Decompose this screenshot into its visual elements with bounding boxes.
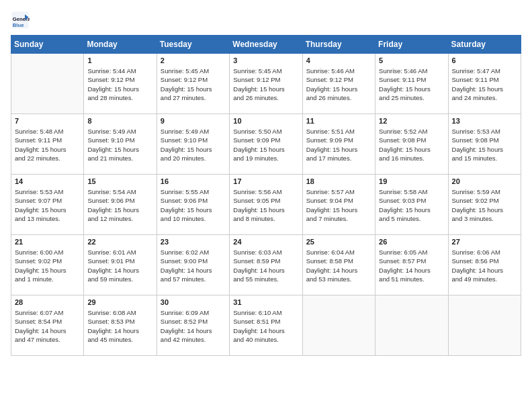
calendar-cell: 13Sunrise: 5:53 AM Sunset: 9:08 PM Dayli… bbox=[448, 114, 521, 175]
calendar-cell: 22Sunrise: 6:01 AM Sunset: 9:01 PM Dayli… bbox=[84, 235, 157, 295]
cell-info: Sunrise: 5:45 AM Sunset: 9:12 PM Dayligh… bbox=[233, 66, 298, 102]
day-number: 8 bbox=[87, 117, 152, 125]
day-number: 27 bbox=[452, 238, 517, 246]
logo: General Blue bbox=[11, 11, 31, 30]
cell-info: Sunrise: 6:09 AM Sunset: 8:52 PM Dayligh… bbox=[161, 308, 226, 344]
cell-info: Sunrise: 5:44 AM Sunset: 9:12 PM Dayligh… bbox=[87, 66, 152, 102]
cell-info: Sunrise: 6:01 AM Sunset: 9:01 PM Dayligh… bbox=[87, 248, 152, 283]
cell-info: Sunrise: 6:08 AM Sunset: 8:53 PM Dayligh… bbox=[87, 308, 152, 344]
calendar-cell: 8Sunrise: 5:49 AM Sunset: 9:10 PM Daylig… bbox=[84, 114, 157, 175]
day-number: 11 bbox=[306, 117, 371, 125]
cell-info: Sunrise: 6:07 AM Sunset: 8:54 PM Dayligh… bbox=[15, 308, 80, 344]
calendar-cell bbox=[448, 295, 521, 356]
day-number: 16 bbox=[161, 177, 226, 185]
day-number: 29 bbox=[87, 298, 152, 306]
day-number: 9 bbox=[161, 117, 226, 125]
calendar-cell: 1Sunrise: 5:44 AM Sunset: 9:12 PM Daylig… bbox=[84, 54, 157, 114]
day-number: 3 bbox=[233, 56, 298, 64]
day-number: 24 bbox=[233, 238, 298, 246]
week-row-1: 1Sunrise: 5:44 AM Sunset: 9:12 PM Daylig… bbox=[11, 54, 521, 114]
calendar-cell bbox=[302, 295, 375, 356]
day-number: 6 bbox=[452, 56, 517, 64]
calendar-header: SundayMondayTuesdayWednesdayThursdayFrid… bbox=[11, 36, 521, 54]
day-number: 31 bbox=[233, 298, 298, 306]
day-number: 10 bbox=[233, 117, 298, 125]
day-number: 4 bbox=[306, 56, 371, 64]
calendar-cell: 28Sunrise: 6:07 AM Sunset: 8:54 PM Dayli… bbox=[11, 295, 84, 356]
calendar-cell: 4Sunrise: 5:46 AM Sunset: 9:12 PM Daylig… bbox=[302, 54, 375, 114]
day-number: 26 bbox=[379, 238, 444, 246]
cell-info: Sunrise: 5:52 AM Sunset: 9:08 PM Dayligh… bbox=[379, 127, 444, 163]
cell-info: Sunrise: 5:46 AM Sunset: 9:11 PM Dayligh… bbox=[379, 66, 444, 102]
day-number: 19 bbox=[379, 177, 444, 185]
calendar-cell: 10Sunrise: 5:50 AM Sunset: 9:09 PM Dayli… bbox=[230, 114, 302, 175]
calendar-cell: 23Sunrise: 6:02 AM Sunset: 9:00 PM Dayli… bbox=[157, 235, 229, 295]
calendar-cell: 24Sunrise: 6:03 AM Sunset: 8:59 PM Dayli… bbox=[230, 235, 302, 295]
cell-info: Sunrise: 6:00 AM Sunset: 9:02 PM Dayligh… bbox=[15, 248, 80, 283]
day-number: 5 bbox=[379, 56, 444, 64]
day-number: 15 bbox=[87, 177, 152, 185]
day-number: 23 bbox=[161, 238, 226, 246]
header-day-thursday: Thursday bbox=[302, 36, 375, 54]
cell-info: Sunrise: 6:02 AM Sunset: 9:00 PM Dayligh… bbox=[161, 248, 226, 283]
calendar-cell: 20Sunrise: 5:59 AM Sunset: 9:02 PM Dayli… bbox=[448, 175, 521, 235]
day-number: 1 bbox=[87, 56, 152, 64]
day-number: 7 bbox=[15, 117, 80, 125]
cell-info: Sunrise: 6:04 AM Sunset: 8:58 PM Dayligh… bbox=[306, 248, 371, 283]
week-row-2: 7Sunrise: 5:48 AM Sunset: 9:11 PM Daylig… bbox=[11, 114, 521, 175]
header-day-wednesday: Wednesday bbox=[230, 36, 302, 54]
cell-info: Sunrise: 6:05 AM Sunset: 8:57 PM Dayligh… bbox=[379, 248, 444, 283]
cell-info: Sunrise: 5:47 AM Sunset: 9:11 PM Dayligh… bbox=[452, 66, 517, 102]
header-day-friday: Friday bbox=[375, 36, 448, 54]
cell-info: Sunrise: 6:03 AM Sunset: 8:59 PM Dayligh… bbox=[233, 248, 298, 283]
cell-info: Sunrise: 5:50 AM Sunset: 9:09 PM Dayligh… bbox=[233, 127, 298, 163]
header-day-sunday: Sunday bbox=[11, 36, 84, 54]
cell-info: Sunrise: 5:58 AM Sunset: 9:03 PM Dayligh… bbox=[379, 187, 444, 223]
calendar-cell bbox=[375, 295, 448, 356]
calendar-cell: 11Sunrise: 5:51 AM Sunset: 9:09 PM Dayli… bbox=[302, 114, 375, 175]
calendar-cell: 27Sunrise: 6:06 AM Sunset: 8:56 PM Dayli… bbox=[448, 235, 521, 295]
cell-info: Sunrise: 5:57 AM Sunset: 9:04 PM Dayligh… bbox=[306, 187, 371, 223]
cell-info: Sunrise: 6:06 AM Sunset: 8:56 PM Dayligh… bbox=[452, 248, 517, 283]
calendar-cell: 14Sunrise: 5:53 AM Sunset: 9:07 PM Dayli… bbox=[11, 175, 84, 235]
calendar-cell: 9Sunrise: 5:49 AM Sunset: 9:10 PM Daylig… bbox=[157, 114, 229, 175]
day-number: 30 bbox=[161, 298, 226, 306]
day-number: 13 bbox=[452, 117, 517, 125]
cell-info: Sunrise: 5:56 AM Sunset: 9:05 PM Dayligh… bbox=[233, 187, 298, 223]
day-number: 25 bbox=[306, 238, 371, 246]
day-number: 28 bbox=[15, 298, 80, 306]
header-day-tuesday: Tuesday bbox=[157, 36, 229, 54]
svg-text:Blue: Blue bbox=[13, 22, 24, 28]
cell-info: Sunrise: 5:51 AM Sunset: 9:09 PM Dayligh… bbox=[306, 127, 371, 163]
calendar-cell: 30Sunrise: 6:09 AM Sunset: 8:52 PM Dayli… bbox=[157, 295, 229, 356]
calendar-cell: 18Sunrise: 5:57 AM Sunset: 9:04 PM Dayli… bbox=[302, 175, 375, 235]
calendar-table: SundayMondayTuesdayWednesdayThursdayFrid… bbox=[11, 35, 521, 356]
header-day-monday: Monday bbox=[84, 36, 157, 54]
cell-info: Sunrise: 5:53 AM Sunset: 9:07 PM Dayligh… bbox=[15, 187, 80, 223]
calendar-cell: 3Sunrise: 5:45 AM Sunset: 9:12 PM Daylig… bbox=[230, 54, 302, 114]
cell-info: Sunrise: 6:10 AM Sunset: 8:51 PM Dayligh… bbox=[233, 308, 298, 344]
calendar-cell: 31Sunrise: 6:10 AM Sunset: 8:51 PM Dayli… bbox=[230, 295, 302, 356]
calendar-cell: 21Sunrise: 6:00 AM Sunset: 9:02 PM Dayli… bbox=[11, 235, 84, 295]
calendar-cell: 5Sunrise: 5:46 AM Sunset: 9:11 PM Daylig… bbox=[375, 54, 448, 114]
calendar-cell: 7Sunrise: 5:48 AM Sunset: 9:11 PM Daylig… bbox=[11, 114, 84, 175]
calendar-cell: 19Sunrise: 5:58 AM Sunset: 9:03 PM Dayli… bbox=[375, 175, 448, 235]
week-row-5: 28Sunrise: 6:07 AM Sunset: 8:54 PM Dayli… bbox=[11, 295, 521, 356]
calendar-cell: 25Sunrise: 6:04 AM Sunset: 8:58 PM Dayli… bbox=[302, 235, 375, 295]
day-number: 18 bbox=[306, 177, 371, 185]
header-day-saturday: Saturday bbox=[448, 36, 521, 54]
cell-info: Sunrise: 5:53 AM Sunset: 9:08 PM Dayligh… bbox=[452, 127, 517, 163]
calendar-body: 1Sunrise: 5:44 AM Sunset: 9:12 PM Daylig… bbox=[11, 54, 521, 356]
day-number: 22 bbox=[87, 238, 152, 246]
calendar-cell: 17Sunrise: 5:56 AM Sunset: 9:05 PM Dayli… bbox=[230, 175, 302, 235]
calendar-cell bbox=[11, 54, 84, 114]
day-number: 12 bbox=[379, 117, 444, 125]
cell-info: Sunrise: 5:49 AM Sunset: 9:10 PM Dayligh… bbox=[87, 127, 152, 163]
day-number: 17 bbox=[233, 177, 298, 185]
calendar-cell: 26Sunrise: 6:05 AM Sunset: 8:57 PM Dayli… bbox=[375, 235, 448, 295]
day-number: 14 bbox=[15, 177, 80, 185]
cell-info: Sunrise: 5:45 AM Sunset: 9:12 PM Dayligh… bbox=[161, 66, 226, 102]
day-number: 21 bbox=[15, 238, 80, 246]
cell-info: Sunrise: 5:54 AM Sunset: 9:06 PM Dayligh… bbox=[87, 187, 152, 223]
calendar-cell: 16Sunrise: 5:55 AM Sunset: 9:06 PM Dayli… bbox=[157, 175, 229, 235]
